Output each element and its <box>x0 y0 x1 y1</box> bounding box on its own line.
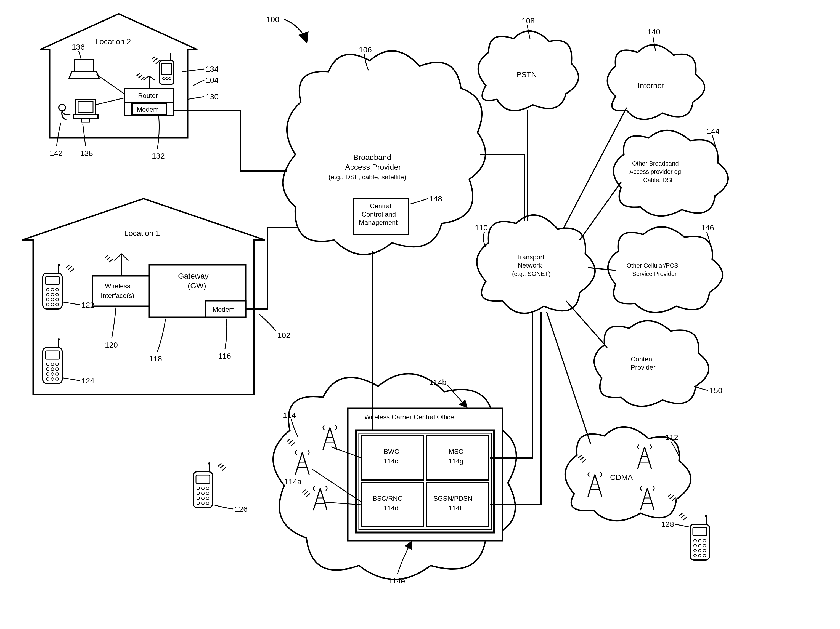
svg-point-26 <box>163 77 165 80</box>
bap-line3: (e.g., DSL, cable, satellite) <box>328 173 406 181</box>
ref-134: 134 <box>206 65 219 73</box>
ccm-l3: Management <box>359 219 398 226</box>
location-2-title: Location 2 <box>95 37 131 46</box>
router-label: Router <box>138 92 158 99</box>
bsc-l2: 114d <box>384 504 398 512</box>
ref-120: 120 <box>105 341 118 349</box>
ref-106: 106 <box>359 46 372 54</box>
link-loc2-bap <box>174 110 287 171</box>
svg-point-28 <box>169 77 171 80</box>
other-bb-cloud: Other Broadband Access provider eg Cable… <box>613 127 728 216</box>
ref-130: 130 <box>206 92 219 101</box>
internet-cloud: Internet 140 <box>607 28 705 120</box>
ref-142: 142 <box>50 149 63 158</box>
sgsn-l1: SGSN/PDSN <box>433 495 472 502</box>
ref-146: 146 <box>701 224 714 232</box>
ref-114e: 114e <box>388 577 405 585</box>
cdma-label: CDMA <box>610 473 633 482</box>
msc-l2: 114g <box>448 457 463 465</box>
svg-rect-34 <box>73 115 98 118</box>
phone-128: 128 <box>661 513 709 560</box>
tn-l2: Network <box>518 262 542 269</box>
svg-point-37 <box>59 104 65 111</box>
network-diagram: 100 Location 2 Router Modem <box>0 0 840 629</box>
ccm-l2: Control and <box>362 211 396 218</box>
svg-rect-25 <box>162 63 172 74</box>
pc-icon <box>73 99 98 122</box>
cdma-cloud: CDMA 112 <box>565 427 691 520</box>
wi-label-1: Wireless <box>105 282 130 290</box>
svg-rect-33 <box>78 101 93 112</box>
ref-124: 124 <box>81 377 95 385</box>
content-cloud: Content Provider 150 <box>594 320 722 406</box>
sgsn-l2: 114f <box>448 504 461 512</box>
modem-label: Modem <box>137 106 159 113</box>
ref-108: 108 <box>522 17 535 25</box>
obb-l3: Cable, DSL <box>643 177 674 183</box>
ref-148: 148 <box>429 194 442 203</box>
internet-label: Internet <box>638 81 664 90</box>
ref-136: 136 <box>72 43 85 51</box>
oc-l1: Other Cellular/PCS <box>627 262 678 269</box>
obb-l2: Access provider eg <box>629 168 681 175</box>
gw-modem-label: Modem <box>213 306 235 313</box>
ref-112: 112 <box>665 433 678 442</box>
transport-cloud: Transport Network (e.g., SONET) 110 <box>475 215 595 313</box>
gateway-label-2: (GW) <box>188 281 206 290</box>
ref-122: 122 <box>81 301 95 309</box>
bap-cloud: Broadband Access Provider (e.g., DSL, ca… <box>283 46 486 255</box>
figure-ref-label: 100 <box>266 15 279 24</box>
ref-102: 102 <box>278 331 291 340</box>
bap-line1: Broadband <box>353 153 391 162</box>
cp-l2: Provider <box>631 364 655 371</box>
bwc-l2: 114c <box>384 457 398 465</box>
svg-rect-35 <box>81 118 90 122</box>
cp-l1: Content <box>631 355 654 363</box>
ref-150: 150 <box>709 386 722 395</box>
ref-126: 126 <box>235 505 248 513</box>
ref-128: 128 <box>661 520 674 528</box>
tn-l1: Transport <box>516 253 544 261</box>
ref-104: 104 <box>206 76 219 84</box>
bap-line2: Access Provider <box>345 163 401 171</box>
ref-144: 144 <box>707 127 720 136</box>
phone-126: 126 <box>193 462 248 513</box>
wcco-title: Wireless Carrier Central Office <box>365 413 454 421</box>
msc-l1: MSC <box>448 448 463 455</box>
gateway-label-1: Gateway <box>178 272 209 280</box>
wi-label-2: Interface(s) <box>101 292 134 300</box>
ref-110: 110 <box>475 224 488 232</box>
ref-114b: 114b <box>429 378 446 386</box>
ref-114: 114 <box>283 411 296 419</box>
wcco-cloud: 114a Wireless Carrier Central Office BWC… <box>273 374 516 585</box>
figure-ref: 100 <box>266 15 306 41</box>
pstn-label: PSTN <box>516 70 537 79</box>
ref-116: 116 <box>218 352 231 360</box>
ref-118: 118 <box>149 355 162 363</box>
pstn-cloud: PSTN 108 <box>478 17 578 110</box>
bsc-l1: BSC/RNC <box>373 495 403 502</box>
other-cell-cloud: Other Cellular/PCS Service Provider 146 <box>608 224 722 312</box>
oc-l2: Service Provider <box>632 270 677 277</box>
svg-point-27 <box>166 77 168 80</box>
ccm-l1: Central <box>370 202 391 210</box>
location-2: Location 2 Router Modem <box>40 14 219 160</box>
ref-140: 140 <box>647 28 660 36</box>
wireless-if-box <box>93 276 149 306</box>
tn-l3: (e.g., SONET) <box>512 270 550 277</box>
location-1-title: Location 1 <box>124 229 160 238</box>
ref-138: 138 <box>80 149 93 158</box>
ref-114a: 114a <box>284 477 302 486</box>
svg-point-30 <box>170 53 171 55</box>
ref-132: 132 <box>152 152 165 160</box>
location-1: Location 1 Gateway (GW) Modem Wireless I… <box>22 199 291 394</box>
obb-l1: Other Broadband <box>632 160 679 167</box>
bwc-l1: BWC <box>384 448 399 455</box>
